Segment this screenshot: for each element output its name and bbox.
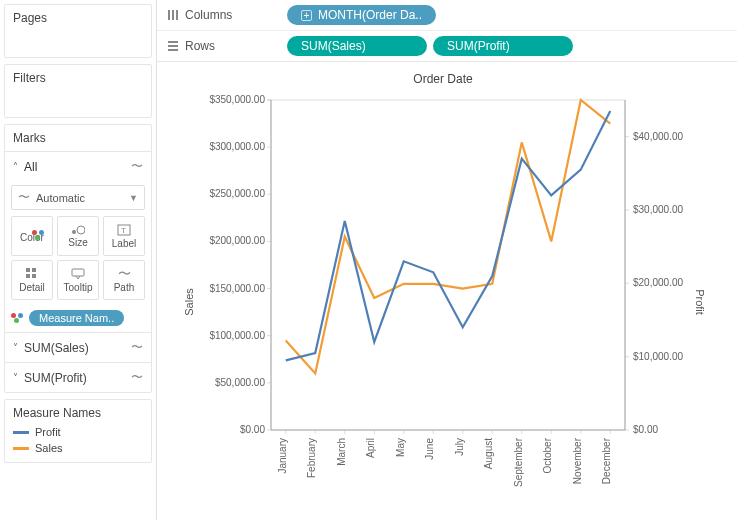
marks-card: Marks ˄ All 〜 〜 Automatic ▼ Color [4, 124, 152, 393]
automatic-line-icon: 〜 [18, 189, 30, 206]
svg-rect-6 [26, 274, 30, 278]
path-slot[interactable]: 〜 Path [103, 260, 145, 300]
chevron-down-icon: ˅ [13, 342, 18, 353]
chart-title: Order Date [167, 72, 719, 86]
line-mark-icon: 〜 [131, 158, 143, 175]
size-slot[interactable]: Size [57, 216, 99, 256]
marks-title: Marks [5, 125, 151, 151]
svg-text:$100,000.00: $100,000.00 [209, 330, 265, 341]
svg-text:$50,000.00: $50,000.00 [215, 377, 265, 388]
marks-sum-sales[interactable]: ˅ SUM(Sales) 〜 [5, 332, 151, 362]
path-icon: 〜 [118, 267, 131, 280]
svg-text:$40,000.00: $40,000.00 [633, 131, 683, 142]
svg-text:$350,000.00: $350,000.00 [209, 94, 265, 105]
filters-shelf[interactable]: Filters [4, 64, 152, 118]
svg-text:January: January [277, 438, 288, 474]
svg-text:$300,000.00: $300,000.00 [209, 141, 265, 152]
legend-title: Measure Names [13, 406, 143, 420]
legend-item[interactable]: Sales [13, 440, 143, 456]
chevron-down-icon: ˅ [13, 372, 18, 383]
label-slot[interactable]: T Label [103, 216, 145, 256]
svg-text:$20,000.00: $20,000.00 [633, 277, 683, 288]
right-axis-label: Profit [694, 289, 706, 315]
tooltip-slot[interactable]: Tooltip [57, 260, 99, 300]
columns-shelf[interactable]: Columns + MONTH(Order Da.. [157, 0, 737, 31]
svg-text:T: T [121, 226, 126, 235]
svg-rect-4 [26, 268, 30, 272]
pages-title: Pages [13, 11, 143, 25]
legend-item[interactable]: Profit [13, 424, 143, 440]
marks-all-toggle[interactable]: ˄ All 〜 [5, 151, 151, 181]
svg-rect-13 [168, 45, 178, 47]
columns-pill-month[interactable]: + MONTH(Order Da.. [287, 5, 436, 25]
filters-title: Filters [13, 71, 143, 85]
legend-swatch [13, 447, 29, 450]
svg-text:May: May [395, 438, 406, 457]
mark-type-label: Automatic [36, 192, 85, 204]
tooltip-icon [71, 268, 85, 280]
svg-text:October: October [542, 437, 553, 473]
svg-text:August: August [483, 438, 494, 469]
svg-rect-9 [168, 10, 170, 20]
expand-icon: + [301, 10, 312, 21]
color-legend-icon [11, 313, 25, 323]
svg-rect-10 [172, 10, 174, 20]
svg-text:$30,000.00: $30,000.00 [633, 204, 683, 215]
rows-pill-profit[interactable]: SUM(Profit) [433, 36, 573, 56]
svg-rect-7 [32, 274, 36, 278]
svg-rect-14 [168, 49, 178, 51]
marks-all-label: All [24, 160, 37, 174]
svg-rect-5 [32, 268, 36, 272]
svg-text:March: March [336, 438, 347, 466]
chevron-up-icon: ˄ [13, 161, 18, 172]
pages-shelf[interactable]: Pages [4, 4, 152, 58]
legend-card: Measure Names ProfitSales [4, 399, 152, 463]
mark-type-dropdown[interactable]: 〜 Automatic ▼ [11, 185, 145, 210]
chevron-down-icon: ▼ [129, 193, 138, 203]
line-mark-icon: 〜 [131, 369, 143, 386]
line-mark-icon: 〜 [131, 339, 143, 356]
svg-point-1 [77, 226, 85, 234]
svg-rect-12 [168, 41, 178, 43]
svg-text:$250,000.00: $250,000.00 [209, 188, 265, 199]
svg-text:September: September [513, 437, 524, 487]
rows-shelf[interactable]: Rows SUM(Sales) SUM(Profit) [157, 31, 737, 61]
columns-icon [167, 9, 179, 21]
label-icon: T [117, 224, 131, 236]
svg-text:$0.00: $0.00 [240, 424, 265, 435]
svg-rect-11 [176, 10, 178, 20]
svg-point-0 [72, 230, 76, 234]
legend-swatch [13, 431, 29, 434]
svg-text:November: November [572, 437, 583, 484]
svg-text:April: April [365, 438, 376, 458]
chart-svg: $0.00$50,000.00$100,000.00$150,000.00$20… [193, 92, 693, 512]
svg-text:$150,000.00: $150,000.00 [209, 283, 265, 294]
rows-icon [167, 40, 179, 52]
svg-text:$10,000.00: $10,000.00 [633, 351, 683, 362]
color-pill-measure-names[interactable]: Measure Nam.. [29, 310, 124, 326]
detail-slot[interactable]: Detail [11, 260, 53, 300]
svg-text:December: December [601, 437, 612, 484]
svg-text:February: February [306, 438, 317, 478]
svg-rect-8 [72, 269, 84, 276]
svg-text:July: July [454, 438, 465, 456]
svg-text:June: June [424, 438, 435, 460]
color-slot[interactable]: Color [11, 216, 53, 256]
marks-sum-profit[interactable]: ˅ SUM(Profit) 〜 [5, 362, 151, 392]
rows-pill-sales[interactable]: SUM(Sales) [287, 36, 427, 56]
size-icon [71, 225, 85, 235]
left-axis-label: Sales [183, 288, 195, 316]
detail-icon [26, 268, 38, 280]
svg-text:$200,000.00: $200,000.00 [209, 235, 265, 246]
chart-area: Sales Profit $0.00$50,000.00$100,000.00$… [193, 92, 693, 512]
svg-text:$0.00: $0.00 [633, 424, 658, 435]
